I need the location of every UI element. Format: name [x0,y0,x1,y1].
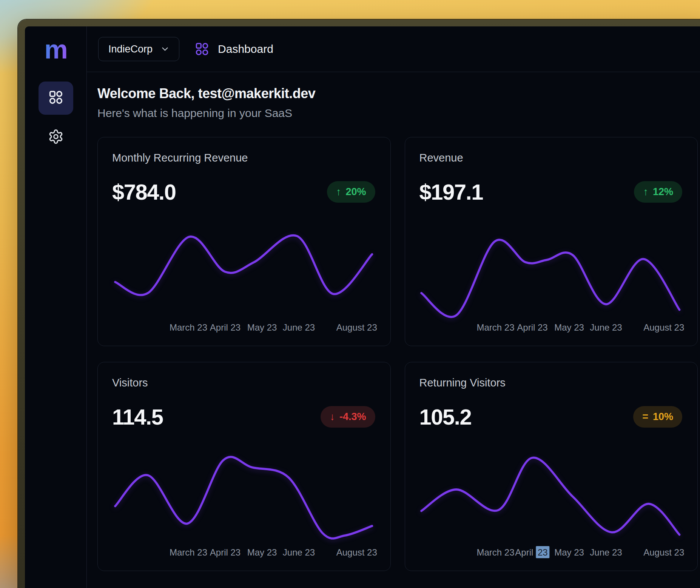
selected-text: 23 [536,546,550,558]
metric-value: $197.1 [419,179,483,205]
x-axis: March 23April 23May 23June 23August 23 [112,546,375,559]
x-axis-label: May 23 [247,547,277,558]
x-axis-label: August 23 [336,322,377,333]
card-returning-visitors: Returning Visitors 105.2 = 10% March 23A… [405,362,698,571]
card-title: Visitors [112,377,375,389]
trend-badge: ↑ 20% [327,181,375,203]
sidebar-item-dashboard[interactable] [39,82,73,115]
line-chart: March 23April 23May 23June 23August 23 [419,440,683,559]
x-axis-label: April 23 [517,322,547,333]
desktop-wallpaper: { "sidebar": { "logo": "m", "nav": [ { "… [0,0,700,588]
x-axis-label: May 23 [554,547,584,558]
makerkit-logo: m [44,36,67,63]
makerkit-app: m [25,26,700,588]
x-axis: March 23April 23May 23June 23August 23 [419,322,683,334]
main-area: IndieCorp [87,26,700,588]
x-axis-label: May 23 [247,322,277,333]
line-chart: March 23April 23May 23June 23August 23 [419,215,683,334]
dashboard-content: Welcome Back, test@makerkit.dev Here's w… [87,72,700,571]
trend-up-icon: ↑ [643,187,648,197]
trend-label: 20% [345,186,366,198]
app-window: m [18,20,700,588]
x-axis-label: May 23 [554,322,584,333]
card-title: Returning Visitors [419,377,683,389]
line-chart: March 23April 23May 23June 23August 23 [112,440,375,559]
x-axis-label: March 23 [170,322,207,333]
trend-up-icon: ↑ [336,187,341,197]
card-monthly-recurring-revenue: Monthly Recurring Revenue $784.0 ↑ 20% M… [97,137,391,346]
x-axis-label: April 23 [210,547,241,558]
x-axis-label: June 23 [590,322,622,333]
welcome-heading: Welcome Back, test@makerkit.dev [97,86,698,102]
grid-icon [194,42,210,57]
x-axis: March 23April 23May 23June 23August 23 [112,322,375,334]
metric-value: 105.2 [419,404,472,429]
sidebar-item-settings[interactable] [45,126,67,149]
x-axis-label: June 23 [283,547,315,558]
metric-value: 114.5 [112,404,163,429]
x-axis-label: March 23 [170,547,207,558]
value-row: 105.2 = 10% [419,404,683,429]
x-axis-label: April 23 [210,322,241,333]
x-axis-label: March 23 [476,322,514,333]
card-revenue: Revenue $197.1 ↑ 12% March 23April 23May… [405,137,698,346]
line-chart: March 23April 23May 23June 23August 23 [112,215,375,334]
trend-down-icon: ↓ [330,412,335,422]
x-axis-label: March 23 [476,547,514,558]
card-title: Revenue [419,152,683,164]
card-title: Monthly Recurring Revenue [112,152,375,164]
x-axis-label: June 23 [590,547,622,558]
team-selector-label: IndieCorp [108,43,153,55]
x-axis-label: August 23 [643,547,684,558]
x-axis-label: August 23 [336,547,377,558]
x-axis: March 23April 23May 23June 23August 23 [419,546,683,559]
chevron-down-icon [160,44,170,54]
gear-icon [48,129,64,146]
topbar: IndieCorp [87,26,700,72]
x-axis-label: August 23 [643,322,684,333]
x-axis-label: April 23 [515,547,549,558]
grid-icon [48,89,64,107]
trend-label: 10% [653,411,673,423]
metric-value: $784.0 [112,179,176,205]
x-axis-label: June 23 [283,322,315,333]
page-title: Dashboard [218,43,273,55]
card-visitors: Visitors 114.5 ↓ -4.3% March 23April 23M… [97,362,391,571]
trend-badge: ↑ 12% [634,181,682,203]
metrics-grid: Monthly Recurring Revenue $784.0 ↑ 20% M… [97,137,698,571]
value-row: $197.1 ↑ 12% [419,179,683,205]
trend-badge: = 10% [633,406,682,428]
team-selector-button[interactable]: IndieCorp [98,37,179,61]
trend-label: 12% [653,186,673,198]
value-row: 114.5 ↓ -4.3% [112,404,375,429]
welcome-subtitle: Here's what is happening in your SaaS [97,107,698,120]
value-row: $784.0 ↑ 20% [112,179,375,205]
trend-flat-icon: = [642,412,648,422]
trend-badge: ↓ -4.3% [321,406,375,428]
sidebar: m [25,26,87,588]
trend-label: -4.3% [339,411,366,423]
page-heading: Dashboard [194,42,273,57]
